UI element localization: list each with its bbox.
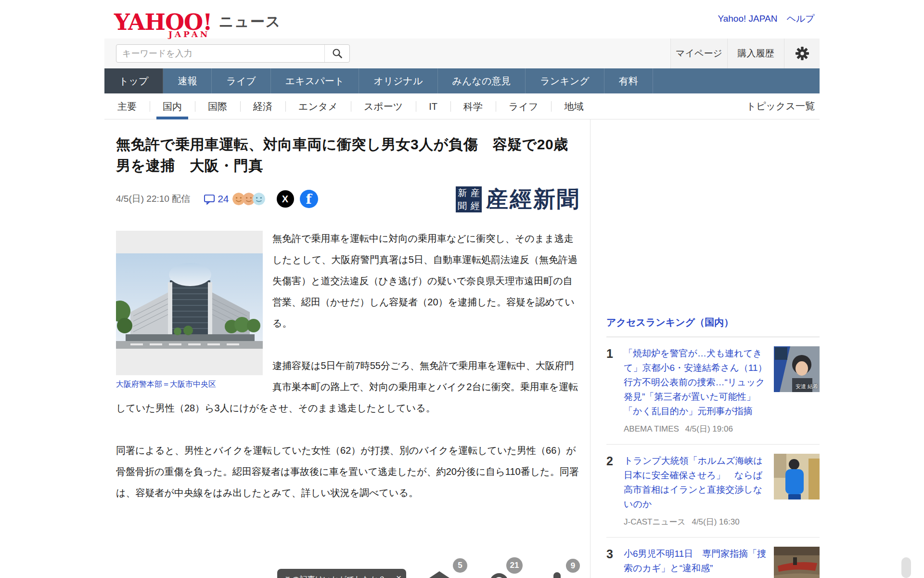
nav-tab-ranking[interactable]: ランキング [526,68,604,93]
sankei-logo[interactable]: 新 産 聞 經 産經新聞 [456,184,580,214]
article-figure: 大阪府警本部＝大阪市中央区 [116,231,263,390]
main-content: 無免許で乗用車運転、対向車両に衝突し男女3人が負傷 容疑で20歳男を逮捕 大阪・… [104,119,820,578]
ranking-item: 3 小6男児不明11日 専門家指摘「捜索のカギ」と“違和感” テレビ朝日系（AN… [606,538,820,578]
nav-tab-opinions[interactable]: みんなの意見 [438,68,526,93]
article-image[interactable] [116,231,263,375]
nav-filler [653,68,820,93]
topics-list-link[interactable]: トピックス一覧 [746,100,820,113]
ranking-source-row: ABEMA TIMES 4/5(日) 19:06 [624,423,767,434]
subnav-item-life[interactable]: ライフ [496,93,551,119]
thumbnail-overlay-text: 安達 結希 [796,383,818,390]
article-body: 大阪府警本部＝大阪市中央区 無免許で乗用車を運転中に対向の乗用車などに衝突し、そ… [116,228,580,503]
subnav-item-world[interactable]: 国際 [195,93,240,119]
sankei-seal-icon: 新 産 聞 經 [456,186,482,212]
ad-slot [606,119,820,316]
search-input[interactable] [116,49,324,59]
sidebar: アクセスランキング（国内） 1 「焼却炉を警官が…犬も連れてきて」京都小6・安達… [590,119,820,578]
subnav-item-region[interactable]: 地域 [551,93,596,119]
close-icon[interactable]: × [396,573,401,578]
comment-count-button[interactable]: 24 [204,193,229,205]
settings-button[interactable] [784,39,820,68]
article-column: 無免許で乗用車運転、対向車両に衝突し男女3人が負傷 容疑で20歳男を逮捕 大阪・… [104,119,590,578]
article-title: 無免許で乗用車運転、対向車両に衝突し男女3人が負傷 容疑で20歳男を逮捕 大阪・… [116,134,580,176]
ranking-link[interactable]: トランプ大統領「ホルムズ海峡は日本に安全確保させろ」 ならば高市首相はイランと直… [624,456,763,509]
mypage-link[interactable]: マイページ [670,39,727,68]
tooltip-text: この記事はいかがでしたか？ [284,575,386,578]
nav-tab-live[interactable]: ライブ [212,68,270,93]
ranking-link[interactable]: 「焼却炉を警官が…犬も連れてきて」京都小6・安達結希さん（11）行方不明公表前の… [624,348,767,416]
access-ranking-title[interactable]: アクセスランキング（国内） [606,316,820,337]
search-band: マイページ 購入履歴 [104,39,820,68]
site-header: YAHOO! JAPAN ニュース Yahoo! JAPAN ヘルプ [104,0,820,39]
article-meta: 4/5(日) 22:10 配信 24 [116,187,580,210]
reaction-tooltip: この記事はいかがでしたか？ × [277,569,406,578]
gear-icon [796,47,809,60]
help-link[interactable]: ヘルプ [787,13,815,24]
emoji-face-icon [253,193,265,205]
subnav-item-main[interactable]: 主要 [104,93,150,119]
thumbnail-image [774,547,820,578]
subnav-item-economy[interactable]: 経済 [240,93,285,119]
ranking-source: J-CASTニュース [624,517,686,526]
rank-number: 2 [606,454,624,527]
primary-nav: トップ 速報 ライブ エキスパート オリジナル みんなの意見 ランキング 有料 [104,68,820,93]
nav-tab-original[interactable]: オリジナル [359,68,437,93]
x-icon: X [282,194,288,205]
thumbnail[interactable]: 門家“現場に違 [774,547,820,578]
rank-number: 1 [606,346,624,434]
subnav-item-domestic[interactable]: 国内 [150,93,195,119]
scrollbar-thumb[interactable] [901,557,911,578]
subnav-item-it[interactable]: IT [416,93,450,119]
nav-tab-top[interactable]: トップ [104,68,163,93]
police-hq-photo [116,253,263,349]
yahoo-japan-logo[interactable]: YAHOO! JAPAN [114,11,212,39]
subnav-item-science[interactable]: 科学 [450,93,496,119]
facebook-icon: f [306,191,312,207]
search-button[interactable] [324,45,349,62]
nav-tab-paid[interactable]: 有料 [604,68,653,93]
news-service-title: ニュース [218,12,281,39]
ranking-time: 4/5(日) 16:30 [692,517,739,526]
comment-count: 24 [218,193,229,205]
ranking-link[interactable]: 小6男児不明11日 専門家指摘「捜索のカギ」と“違和感” [624,549,766,573]
nav-tab-expert[interactable]: エキスパート [271,68,359,93]
comment-icon [204,194,215,205]
article-paragraph: 同署によると、男性とバイクを運転していた女性（62）が打撲、別のバイクを運転して… [116,440,580,503]
reaction-count-badge: 21 [506,557,523,574]
reaction-emojis [235,193,265,205]
facebook-share-button[interactable]: f [300,190,318,208]
subnav-item-entertainment[interactable]: エンタメ [285,93,351,119]
search-box [116,44,350,63]
sankei-wordmark: 産經新聞 [486,184,580,214]
reaction-count-badge: 9 [566,559,580,573]
ranking-source: ABEMA TIMES [624,424,679,434]
thumbnail[interactable]: 安達 結希 [774,346,820,392]
search-icon [332,48,343,59]
utility-links: Yahoo! JAPAN ヘルプ [711,13,815,25]
thumbnail[interactable] [774,454,820,499]
category-nav: 主要 国内 国際 経済 エンタメ スポーツ IT 科学 ライフ 地域 トピックス… [104,93,820,119]
ranking-time: 4/5(日) 19:06 [685,424,733,434]
ranking-source-row: J-CASTニュース 4/5(日) 16:30 [624,516,767,527]
image-caption[interactable]: 大阪府警本部＝大阪市中央区 [116,379,263,390]
nav-tab-sokuho[interactable]: 速報 [163,68,212,93]
ranking-item: 2 トランプ大統領「ホルムズ海峡は日本に安全確保させろ」 ならば高市首相はイラン… [606,445,820,538]
yahoo-japan-link[interactable]: Yahoo! JAPAN [718,13,777,24]
reaction-count-badge: 5 [453,558,467,573]
x-share-button[interactable]: X [277,190,294,208]
publish-date: 4/5(日) 22:10 配信 [116,193,190,205]
reaction-new-view-button[interactable] [553,572,561,578]
thumbnail-image [774,454,820,499]
rank-number: 3 [606,547,624,578]
purchase-history-link[interactable]: 購入履歴 [727,39,784,68]
subnav-item-sports[interactable]: スポーツ [351,93,416,119]
search-area [104,39,670,68]
ranking-item: 1 「焼却炉を警官が…犬も連れてきて」京都小6・安達結希さん（11）行方不明公表… [606,337,820,445]
